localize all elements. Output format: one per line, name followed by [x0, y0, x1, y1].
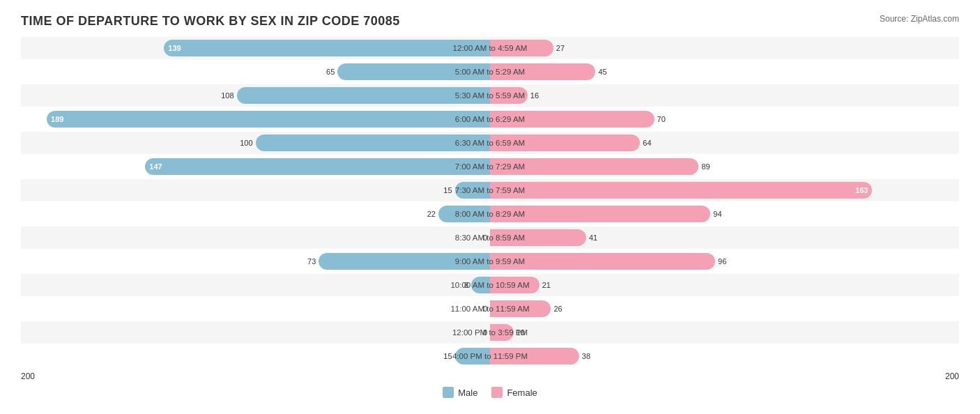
chart-row: 8:00 AM to 8:29 AM2294	[21, 203, 959, 225]
chart-row: 10:00 AM to 10:59 AM821	[21, 274, 959, 296]
legend-female: Female	[491, 387, 537, 398]
chart-title: TIME OF DEPARTURE TO WORK BY SEX IN ZIP …	[21, 14, 959, 29]
male-value: 0	[483, 233, 487, 242]
female-value: 41	[589, 233, 597, 242]
chart-row: 9:00 AM to 9:59 AM7396	[21, 250, 959, 273]
female-value: 21	[542, 281, 551, 289]
female-value: 26	[553, 305, 562, 313]
chart-container: TIME OF DEPARTURE TO WORK BY SEX IN ZIP …	[0, 0, 980, 414]
female-value: 10	[516, 328, 525, 337]
female-value: 96	[718, 257, 726, 266]
female-value: 94	[713, 210, 721, 218]
male-value: 0	[483, 328, 487, 337]
female-value: 70	[657, 115, 666, 123]
chart-row: 6:00 AM to 6:29 AM18970	[21, 108, 959, 130]
male-value: 22	[427, 210, 436, 218]
male-value-inside: 189	[51, 115, 63, 123]
axis-labels: 200 200	[21, 371, 959, 381]
legend-female-label: Female	[507, 388, 537, 398]
female-value: 27	[556, 44, 565, 52]
female-value: 38	[582, 352, 590, 360]
chart-row: 7:00 AM to 7:29 AM14789	[21, 155, 959, 178]
legend-female-box	[491, 387, 503, 398]
axis-right: 200	[945, 371, 959, 381]
male-value-inside: 147	[149, 162, 162, 171]
male-value: 73	[307, 257, 316, 266]
chart-area: 12:00 AM to 4:59 AM139275:00 AM to 5:29 …	[21, 37, 959, 367]
male-value: 8	[464, 281, 468, 289]
male-value: 65	[326, 68, 335, 76]
male-value: 15	[443, 352, 452, 360]
female-value: 16	[530, 91, 539, 100]
chart-row: 5:00 AM to 5:29 AM6545	[21, 61, 959, 83]
female-value-inside: 163	[855, 186, 868, 194]
chart-row: 8:30 AM to 8:59 AM041	[21, 227, 959, 249]
axis-left: 200	[21, 371, 35, 381]
legend-male-label: Male	[458, 388, 477, 398]
legend: Male Female	[21, 387, 959, 398]
chart-row: 7:30 AM to 7:59 AM15163	[21, 179, 959, 201]
legend-male: Male	[443, 387, 477, 398]
chart-row: 6:30 AM to 6:59 AM10064	[21, 132, 959, 154]
male-value-inside: 139	[168, 44, 181, 52]
female-value: 64	[643, 139, 651, 147]
source-text: Source: ZipAtlas.com	[880, 14, 959, 24]
chart-row: 11:00 AM to 11:59 AM026	[21, 298, 959, 320]
female-value: 89	[701, 162, 710, 171]
chart-row: 12:00 PM to 3:59 PM010	[21, 321, 959, 344]
male-value: 15	[443, 186, 452, 194]
legend-male-box	[443, 387, 454, 398]
male-value: 100	[240, 139, 252, 147]
chart-row: 4:00 PM to 11:59 PM1538	[21, 345, 959, 367]
chart-row: 12:00 AM to 4:59 AM13927	[21, 37, 959, 59]
chart-row: 5:30 AM to 5:59 AM10816	[21, 84, 959, 107]
female-value: 45	[598, 68, 606, 76]
male-value: 108	[221, 91, 233, 100]
male-value: 0	[483, 305, 487, 313]
